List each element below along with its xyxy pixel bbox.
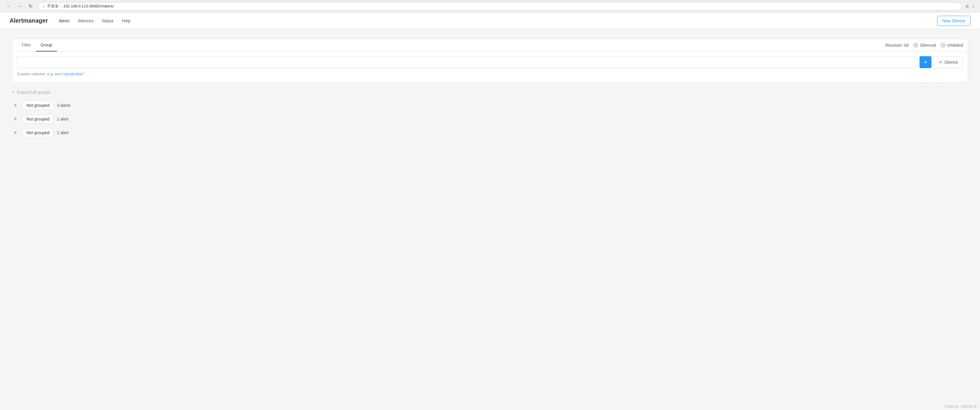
silenced-toggle[interactable]: Silenced <box>913 43 936 47</box>
group-expand-button-1[interactable]: + <box>12 116 19 123</box>
reading-mode-icon[interactable]: あ <box>966 3 969 9</box>
nav-links: Alerts Silences Status Help <box>55 16 134 25</box>
add-filter-button[interactable]: + <box>920 56 931 68</box>
panel-tabs: Filter Group Receiver: All Silenced Inhi… <box>12 39 968 51</box>
filter-panel: Filter Group Receiver: All Silenced Inhi… <box>12 39 968 82</box>
group-count-1: 1 alert <box>57 117 68 121</box>
address-bar[interactable]: ⚠ 不安全 | 192.168.0.113:30082/#/alerts <box>38 2 962 10</box>
filter-input[interactable] <box>17 56 917 68</box>
url-text: 192.168.0.113:30082/#/alerts <box>63 4 113 8</box>
silenced-toggle-circle <box>913 43 918 47</box>
favorites-icon[interactable]: ☆ <box>972 4 975 8</box>
browser-nav: ← → ↻ <box>5 2 35 10</box>
group-label-2: Not grouped <box>23 128 53 137</box>
nav-link-silences[interactable]: Silences <box>74 16 97 25</box>
panel-controls: Receiver: All Silenced Inhibited <box>886 43 963 47</box>
app-header: Alertmanager Alerts Silences Status Help… <box>0 13 980 29</box>
alert-group-1: + Not grouped 1 alert <box>12 114 968 123</box>
group-count-2: 1 alert <box>57 130 68 135</box>
helper-text: Custom matcher, e.g. env="production" <box>17 71 963 78</box>
inhibited-toggle-circle <box>941 43 945 47</box>
inhibited-label: Inhibited <box>947 43 963 47</box>
group-label-0: Not grouped <box>23 101 53 110</box>
tab-filter[interactable]: Filter <box>17 39 36 51</box>
browser-bar: ← → ↻ ⚠ 不安全 | 192.168.0.113:30082/#/aler… <box>0 0 980 13</box>
helper-text-label: Custom matcher, e.g. <box>17 72 54 76</box>
helper-example-link[interactable]: env="production" <box>55 72 84 76</box>
filter-row: + ✂ Silence <box>17 56 963 68</box>
silence-btn-label: Silence <box>944 60 958 65</box>
page-footer: CSDN @ つ稻禾道 ⑧ <box>945 404 977 409</box>
alert-group-0: + Not grouped 3 alerts <box>12 101 968 110</box>
silenced-label: Silenced <box>920 43 936 47</box>
group-label-1: Not grouped <box>23 114 53 123</box>
panel-tab-left: Filter Group <box>17 39 57 51</box>
nav-link-help[interactable]: Help <box>118 16 134 25</box>
group-expand-button-2[interactable]: + <box>12 129 19 136</box>
group-expand-button-0[interactable]: + <box>12 102 19 109</box>
panel-body: + ✂ Silence Custom matcher, e.g. env="pr… <box>12 51 968 82</box>
insecure-label: 不安全 <box>47 3 59 9</box>
back-button[interactable]: ← <box>5 2 13 10</box>
expand-all-icon: + <box>12 90 14 95</box>
nav-link-status[interactable]: Status <box>98 16 117 25</box>
receiver-label: Receiver: All <box>886 43 909 47</box>
reload-button[interactable]: ↻ <box>26 2 35 10</box>
browser-actions: あ ☆ <box>966 3 975 9</box>
footer-text: CSDN @ つ稻禾道 ⑧ <box>945 405 977 408</box>
header-left: Alertmanager Alerts Silences Status Help <box>10 16 134 25</box>
silence-icon: ✂ <box>939 60 942 65</box>
silence-button[interactable]: ✂ Silence <box>934 56 963 68</box>
expand-all-groups[interactable]: + Expand all groups <box>12 90 968 95</box>
security-warning-icon: ⚠ <box>42 4 45 8</box>
new-silence-button[interactable]: New Silence <box>937 16 970 26</box>
app-title: Alertmanager <box>10 17 48 24</box>
forward-button[interactable]: → <box>16 2 24 10</box>
nav-link-alerts[interactable]: Alerts <box>55 16 73 25</box>
separator: | <box>60 4 61 8</box>
main-content: Filter Group Receiver: All Silenced Inhi… <box>0 29 980 410</box>
tab-group[interactable]: Group <box>36 39 57 51</box>
alert-group-2: + Not grouped 1 alert <box>12 128 968 137</box>
group-count-0: 3 alerts <box>57 103 71 108</box>
inhibited-toggle[interactable]: Inhibited <box>941 43 963 47</box>
expand-all-label: Expand all groups <box>17 90 50 95</box>
